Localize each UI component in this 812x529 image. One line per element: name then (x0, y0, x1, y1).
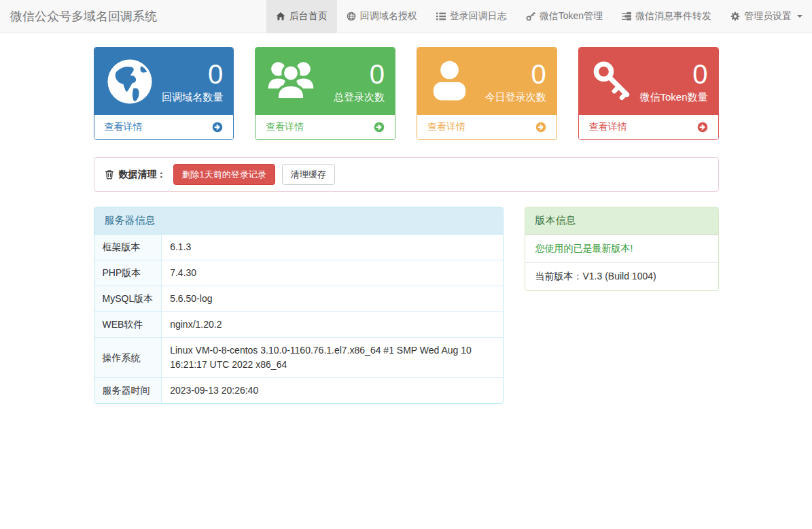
table-row: MySQL版本 5.6.50-log (94, 286, 503, 312)
row-value: nginx/1.20.2 (162, 312, 503, 338)
nav-label: 管理员设置 (744, 10, 792, 22)
row-label: WEB软件 (94, 312, 162, 338)
table-row: WEB软件 nginx/1.20.2 (94, 312, 503, 338)
users-icon (266, 56, 316, 107)
globe-icon (347, 12, 356, 21)
row-value: 7.4.30 (162, 260, 503, 286)
view-details-link[interactable]: 查看详情 (255, 115, 395, 139)
row-label: 操作系统 (94, 338, 162, 378)
key-icon (589, 56, 639, 107)
nav-label: 登录回调日志 (450, 10, 507, 22)
arrow-circle-right-icon (374, 122, 385, 133)
stat-card-total-logins: 0 总登录次数 查看详情 (255, 47, 395, 140)
view-details-link[interactable]: 查看详情 (417, 115, 557, 139)
gear-icon (730, 12, 740, 21)
stat-label: 微信Token数量 (639, 90, 707, 104)
row-value: 2023-09-13 20:26:40 (162, 378, 503, 404)
nav-label: 回调域名授权 (360, 10, 417, 22)
delete-old-logs-button[interactable]: 删除1天前的登录记录 (173, 164, 275, 185)
table-row: 服务器时间 2023-09-13 20:26:40 (94, 378, 503, 404)
version-info-panel: 版本信息 您使用的已是最新版本! 当前版本：V1.3 (Build 1004) (525, 207, 719, 291)
data-cleanup-panel: 数据清理： 删除1天前的登录记录 清理缓存 (94, 157, 719, 192)
row-label: PHP版本 (94, 260, 162, 286)
nav-item-token-manage[interactable]: 微信Token管理 (516, 0, 612, 33)
home-icon (276, 12, 285, 21)
version-status: 您使用的已是最新版本! (525, 235, 718, 262)
view-details-label: 查看详情 (266, 121, 304, 133)
row-label: MySQL版本 (94, 286, 162, 312)
stat-card-token-count: 0 微信Token数量 查看详情 (578, 47, 719, 140)
nav-item-login-log[interactable]: 登录回调日志 (427, 0, 516, 33)
stat-card-today-logins: 0 今日登录次数 查看详情 (417, 47, 557, 140)
server-info-table: 框架版本 6.1.3 PHP版本 7.4.30 MySQL版本 5.6.50-l… (94, 235, 503, 403)
nav-item-admin-settings[interactable]: 管理员设置 (721, 0, 812, 33)
nav-item-dashboard[interactable]: 后台首页 (266, 0, 337, 33)
version-info-title: 版本信息 (525, 207, 718, 235)
row-label: 服务器时间 (94, 378, 162, 404)
table-row: PHP版本 7.4.30 (94, 260, 503, 286)
table-row: 框架版本 6.1.3 (94, 235, 503, 260)
view-details-label: 查看详情 (589, 121, 627, 133)
row-value: 6.1.3 (162, 235, 503, 260)
top-navbar: 微信公众号多域名回调系统 后台首页 回调域名授权 (0, 0, 812, 33)
row-label: 框架版本 (94, 235, 162, 260)
cleanup-label: 数据清理： (105, 169, 166, 181)
stat-cards-row: 0 回调域名数量 查看详情 (94, 47, 719, 140)
nav-label: 后台首页 (289, 10, 328, 22)
trash-icon (105, 169, 114, 180)
nav-item-msg-forward[interactable]: 微信消息事件转发 (612, 0, 721, 33)
user-icon (427, 56, 478, 107)
stat-value: 0 (485, 59, 546, 89)
nav-item-domain-auth[interactable]: 回调域名授权 (337, 0, 427, 33)
row-value: 5.6.50-log (162, 286, 503, 312)
view-details-label: 查看详情 (105, 121, 143, 133)
globe-icon (105, 56, 155, 107)
arrow-circle-right-icon (697, 122, 708, 133)
server-info-panel: 服务器信息 框架版本 6.1.3 PHP版本 7.4.30 MySQL版本 5.… (94, 207, 504, 404)
clear-cache-button[interactable]: 清理缓存 (282, 164, 335, 185)
key-icon (526, 12, 535, 21)
row-value: Linux VM-0-8-centos 3.10.0-1160.76.1.el7… (162, 338, 503, 378)
main-nav: 后台首页 回调域名授权 登录回调日志 (266, 0, 812, 33)
caret-down-icon (797, 15, 802, 18)
view-details-label: 查看详情 (427, 121, 465, 133)
tasks-icon (622, 12, 631, 21)
main-content: 0 回调域名数量 查看详情 (94, 33, 719, 404)
stat-value: 0 (162, 59, 223, 89)
list-icon (436, 12, 446, 21)
stat-label: 回调域名数量 (162, 90, 223, 104)
table-row: 操作系统 Linux VM-0-8-centos 3.10.0-1160.76.… (94, 338, 503, 378)
stat-label: 今日登录次数 (485, 90, 546, 104)
arrow-circle-right-icon (535, 122, 546, 133)
nav-label: 微信Token管理 (540, 10, 603, 22)
view-details-link[interactable]: 查看详情 (94, 115, 234, 139)
info-panels-row: 服务器信息 框架版本 6.1.3 PHP版本 7.4.30 MySQL版本 5.… (94, 207, 719, 404)
stat-value: 0 (639, 59, 707, 89)
stat-value: 0 (334, 59, 385, 89)
nav-label: 微信消息事件转发 (635, 10, 711, 22)
stat-card-callback-domains: 0 回调域名数量 查看详情 (94, 47, 234, 140)
arrow-circle-right-icon (212, 122, 223, 133)
stat-label: 总登录次数 (334, 90, 385, 104)
brand-title[interactable]: 微信公众号多域名回调系统 (0, 0, 167, 33)
current-version: 当前版本：V1.3 (Build 1004) (525, 262, 718, 290)
view-details-link[interactable]: 查看详情 (579, 115, 718, 139)
server-info-title: 服务器信息 (94, 207, 503, 235)
